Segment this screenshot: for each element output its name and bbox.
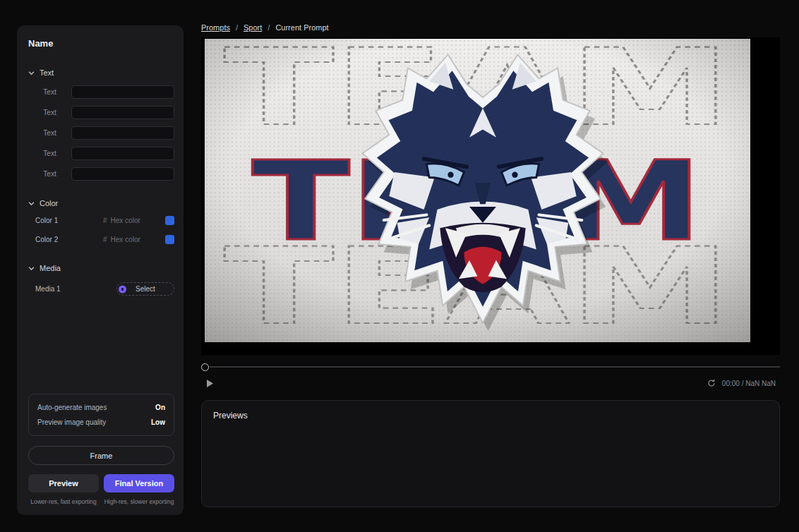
previews-title: Previews	[213, 411, 768, 421]
text-input-1[interactable]	[71, 85, 174, 99]
media-badge-icon	[119, 285, 126, 293]
setting-label: Auto-generate images	[37, 404, 107, 411]
breadcrumb-separator: /	[236, 23, 238, 32]
setting-label: Preview image quality	[37, 418, 106, 426]
text-field-row: Text	[28, 126, 174, 140]
template-settings-panel: Name Text Text Text Text Text Text Color…	[17, 25, 184, 515]
setting-value: On	[155, 404, 165, 411]
text-field-row: Text	[28, 106, 174, 119]
color-row: Color 2 #	[28, 235, 174, 244]
hex-color-input-1[interactable]	[111, 217, 148, 224]
panel-title: Name	[28, 38, 174, 49]
chevron-down-icon	[28, 200, 35, 207]
section-color-label: Color	[40, 199, 58, 207]
main-area: Prompts / Sport / Current Prompt TEAM	[201, 23, 780, 507]
scrubber-track[interactable]	[210, 366, 780, 368]
section-text-header[interactable]: Text	[28, 68, 174, 77]
section-text-label: Text	[40, 68, 54, 77]
color-swatch-2[interactable]	[165, 235, 174, 244]
text-field-label: Text	[28, 129, 71, 137]
final-caption: High-res, slower exporting	[104, 498, 174, 505]
setting-value: Low	[151, 418, 165, 426]
breadcrumb-link-sport[interactable]: Sport	[244, 23, 262, 32]
select-media-label: Select	[136, 285, 155, 293]
text-field-row: Text	[28, 147, 174, 160]
section-media-label: Media	[40, 264, 61, 272]
breadcrumb-separator: /	[268, 23, 270, 32]
media-row: Media 1 Select	[28, 282, 174, 296]
text-input-3[interactable]	[71, 126, 174, 140]
player-controls: 00:00 / NaN NaN	[201, 377, 780, 389]
play-icon	[205, 379, 214, 388]
generation-settings-box: Auto-generate images On Preview image qu…	[28, 394, 174, 436]
chevron-down-icon	[28, 265, 35, 272]
text-input-4[interactable]	[71, 147, 174, 160]
hex-prefix: #	[103, 217, 107, 224]
video-stage[interactable]: TEAM TEAM TEAM	[201, 37, 780, 355]
select-media-button[interactable]: Select	[116, 282, 174, 296]
previews-panel: Previews	[201, 400, 780, 507]
export-actions: Preview Final Version	[28, 474, 174, 492]
breadcrumb-current: Current Prompt	[275, 23, 328, 32]
time-display: 00:00 / NaN NaN	[722, 380, 776, 387]
breadcrumb-link-prompts[interactable]: Prompts	[201, 23, 230, 32]
scrubber	[201, 362, 780, 372]
preview-caption: Lower-res, fast exporting	[28, 498, 99, 505]
text-field-row: Text	[28, 167, 174, 181]
breadcrumb: Prompts / Sport / Current Prompt	[201, 23, 780, 32]
text-field-row: Text	[28, 85, 174, 99]
play-button[interactable]	[201, 379, 214, 388]
color-label: Color 2	[28, 236, 90, 243]
section-media-header[interactable]: Media	[28, 264, 174, 272]
hex-color-input-2[interactable]	[111, 236, 148, 243]
text-field-label: Text	[28, 150, 71, 157]
color-row: Color 1 #	[28, 216, 174, 225]
text-field-label: Text	[28, 88, 71, 96]
loop-icon[interactable]	[707, 379, 716, 387]
export-captions: Lower-res, fast exporting High-res, slow…	[28, 498, 174, 505]
final-version-button[interactable]: Final Version	[104, 474, 174, 492]
text-field-label: Text	[28, 170, 71, 178]
setting-row-autogenerate[interactable]: Auto-generate images On	[37, 400, 165, 415]
chevron-down-icon	[28, 70, 35, 76]
text-input-5[interactable]	[71, 167, 174, 181]
hex-prefix: #	[103, 236, 107, 243]
video-frame: TEAM TEAM TEAM	[205, 39, 750, 342]
text-input-2[interactable]	[71, 106, 174, 119]
color-swatch-1[interactable]	[165, 216, 174, 225]
preview-button[interactable]: Preview	[28, 474, 99, 492]
scrubber-handle[interactable]	[201, 363, 209, 371]
color-label: Color 1	[28, 217, 90, 224]
frame-button[interactable]: Frame	[28, 446, 174, 465]
text-field-label: Text	[28, 109, 71, 116]
section-color-header[interactable]: Color	[28, 199, 174, 207]
setting-row-quality[interactable]: Preview image quality Low	[37, 415, 165, 430]
media-label: Media 1	[28, 285, 90, 293]
